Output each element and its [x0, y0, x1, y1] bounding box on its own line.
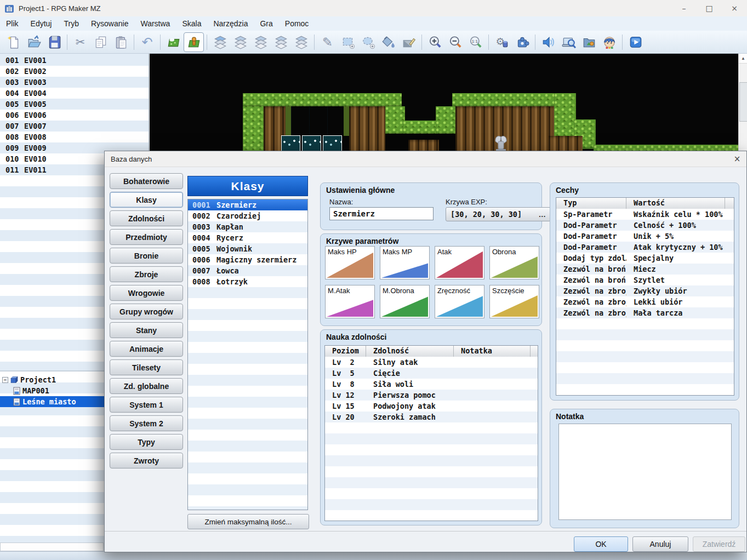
- zoom-actual-button[interactable]: 1:1: [465, 32, 486, 52]
- trait-row[interactable]: Dod-Parametr Unik + 5%: [556, 231, 734, 242]
- class-list-item[interactable]: 0002 Czarodziej: [188, 210, 307, 221]
- database-tab[interactable]: System 2: [110, 415, 183, 431]
- event-list-item[interactable]: 004 EV004: [0, 88, 149, 99]
- close-button[interactable]: ×: [722, 0, 747, 16]
- class-list-item[interactable]: 0006 Magiczny szermierz: [188, 254, 307, 265]
- layer-auto-button[interactable]: [210, 32, 230, 52]
- flood-fill-tool-button[interactable]: [378, 32, 398, 52]
- event-list-item[interactable]: 008 EV008: [0, 132, 149, 142]
- parameter-curve-chart[interactable]: M.Atak: [325, 285, 375, 318]
- class-list-item[interactable]: 0001 Szermierz: [188, 199, 307, 210]
- database-tab[interactable]: Bohaterowie: [110, 173, 183, 189]
- menu-item[interactable]: Pomoc: [279, 16, 315, 31]
- note-textarea[interactable]: [558, 424, 732, 520]
- menu-item[interactable]: Plik: [0, 16, 25, 31]
- trait-row[interactable]: Sp-Parametr Wskaźnik celu * 100%: [556, 209, 734, 220]
- column-header-skill[interactable]: Zdolność: [366, 346, 454, 357]
- sound-test-button[interactable]: [538, 32, 558, 52]
- ok-button[interactable]: OK: [574, 536, 628, 552]
- database-tab[interactable]: Stany: [110, 322, 183, 338]
- database-tab[interactable]: Klasy: [110, 192, 183, 208]
- playtest-button[interactable]: [625, 32, 646, 52]
- skill-row[interactable]: Lv 20 Szeroki zamach: [325, 412, 538, 422]
- trait-row[interactable]: Zezwól na zbroję Lekki ubiór: [556, 296, 734, 307]
- event-list-item[interactable]: 007 EV007: [0, 121, 149, 132]
- change-maximum-button[interactable]: Zmień maksymalną ilość...: [187, 514, 309, 529]
- event-edit-mode-button[interactable]: [184, 32, 204, 52]
- menu-item[interactable]: Narzędzia: [207, 16, 254, 31]
- database-tab[interactable]: Grupy wrogów: [110, 304, 183, 319]
- menu-item[interactable]: Tryb: [58, 16, 84, 31]
- database-tab[interactable]: Przedmioty: [110, 229, 183, 245]
- cut-button[interactable]: ✂: [70, 32, 90, 52]
- shadow-pen-tool-button[interactable]: [398, 32, 419, 52]
- class-list-item[interactable]: 0004 Rycerz: [188, 232, 307, 243]
- left-panel-horizontal-scrollbar[interactable]: [0, 542, 104, 551]
- apply-button[interactable]: Zatwierdź: [693, 536, 745, 552]
- save-project-button[interactable]: [44, 32, 64, 52]
- skill-row[interactable]: Lv 12 Pierwsza pomoc: [325, 390, 538, 401]
- trait-row[interactable]: Zezwól na broń Miecz: [556, 264, 734, 275]
- class-list-item[interactable]: 0008 Łotrzyk: [188, 276, 307, 287]
- ellipse-tool-button[interactable]: [358, 32, 378, 52]
- database-tab[interactable]: Bronie: [110, 248, 183, 264]
- map-event-box[interactable]: [302, 135, 321, 151]
- resource-manager-button[interactable]: [579, 32, 599, 52]
- open-project-button[interactable]: [24, 32, 44, 52]
- trait-row[interactable]: Dodaj typ zdol… Specjalny: [556, 253, 734, 264]
- event-list-item[interactable]: 005 EV005: [0, 99, 149, 110]
- menu-item[interactable]: Gra: [254, 16, 278, 31]
- database-tab[interactable]: Zwroty: [110, 453, 183, 468]
- database-button[interactable]: ⚙: [492, 32, 512, 52]
- database-tab[interactable]: Zbroje: [110, 266, 183, 282]
- minimize-button[interactable]: –: [671, 0, 697, 16]
- map-edit-mode-button[interactable]: [163, 32, 184, 52]
- dialog-close-button[interactable]: ×: [728, 151, 746, 167]
- undo-button[interactable]: ↶: [137, 32, 157, 52]
- rectangle-tool-button[interactable]: [338, 32, 358, 52]
- tree-collapse-icon[interactable]: −: [2, 377, 8, 383]
- event-searcher-button[interactable]: [558, 32, 579, 52]
- class-list-item[interactable]: 0005 Wojownik: [188, 243, 307, 254]
- event-list-item[interactable]: 002 EV002: [0, 66, 149, 77]
- database-tab[interactable]: Zd. globalne: [110, 378, 183, 394]
- zoom-in-button[interactable]: [425, 32, 445, 52]
- skill-row[interactable]: Lv 8 Siła woli: [325, 379, 538, 390]
- database-tab[interactable]: Wrogowie: [110, 285, 183, 301]
- scrollbar-thumb[interactable]: [739, 82, 747, 122]
- menu-item[interactable]: Rysowanie: [85, 16, 134, 31]
- column-header-type[interactable]: Typ: [556, 198, 626, 209]
- event-list-item[interactable]: 003 EV003: [0, 77, 149, 88]
- column-header-value[interactable]: Wartość: [626, 198, 725, 209]
- menu-item[interactable]: Edytuj: [25, 16, 58, 31]
- trait-row[interactable]: Dod-Parametr Atak krytyczny + 10%: [556, 242, 734, 253]
- map-event-box[interactable]: [281, 135, 300, 151]
- parameter-curve-chart[interactable]: Maks HP: [325, 246, 375, 279]
- paste-button[interactable]: [111, 32, 131, 52]
- menu-item[interactable]: Warstwa: [134, 16, 176, 31]
- layer-2-button[interactable]: [250, 32, 271, 52]
- layer-1-button[interactable]: [230, 32, 250, 52]
- database-tab[interactable]: Typy: [110, 434, 183, 450]
- parameter-curve-chart[interactable]: Atak: [435, 246, 484, 279]
- pencil-tool-button[interactable]: ✎: [317, 32, 338, 52]
- class-name-input[interactable]: [329, 207, 434, 220]
- trait-row[interactable]: Zezwól na broń Szytlet: [556, 275, 734, 285]
- skill-row[interactable]: Lv 2 Silny atak: [325, 357, 538, 368]
- database-tab[interactable]: Tilesety: [110, 359, 183, 375]
- class-list-item[interactable]: 0003 Kapłan: [188, 221, 307, 232]
- event-list-item[interactable]: 006 EV006: [0, 110, 149, 121]
- character-generator-button[interactable]: [599, 32, 619, 52]
- map-event-box[interactable]: [323, 135, 342, 151]
- zoom-out-button[interactable]: [445, 32, 465, 52]
- event-list-item[interactable]: 001 EV001: [0, 55, 149, 66]
- trait-row[interactable]: Dod-Parametr Celność + 100%: [556, 220, 734, 231]
- copy-button[interactable]: [90, 32, 111, 52]
- database-tab[interactable]: Animacje: [110, 341, 183, 357]
- exp-curve-button[interactable]: [30, 20, 30, 30] …: [446, 207, 551, 221]
- parameter-curve-chart[interactable]: Maks MP: [380, 246, 430, 279]
- cancel-button[interactable]: Anuluj: [632, 536, 688, 552]
- column-header-note[interactable]: Notatka: [454, 346, 531, 357]
- database-tab[interactable]: Zdolności: [110, 210, 183, 226]
- skill-row[interactable]: Lv 15 Podwojony atak: [325, 401, 538, 412]
